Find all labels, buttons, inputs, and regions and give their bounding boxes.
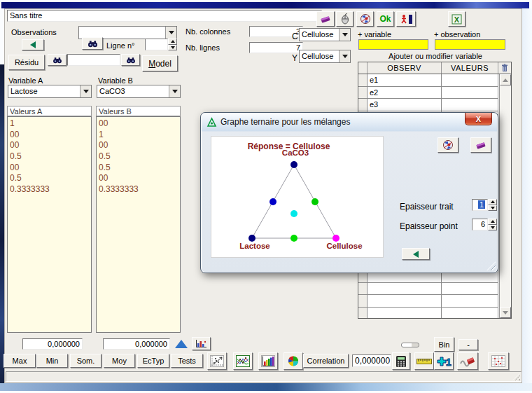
valeurs-cell[interactable] — [442, 74, 498, 87]
valeurs-b-item[interactable]: 00 — [99, 173, 178, 184]
valeurs-a-item[interactable]: 0.5 — [10, 173, 89, 184]
add-variable-input[interactable] — [358, 39, 428, 50]
erase-button[interactable] — [316, 11, 335, 27]
y-combobox-arrow[interactable] — [339, 50, 350, 62]
row-header[interactable] — [358, 295, 368, 308]
valeurs-a-item[interactable]: 0.5 — [10, 151, 89, 163]
observ-cell[interactable]: e1 — [368, 74, 442, 87]
variable-b-arrow[interactable] — [169, 85, 180, 97]
plus-one-button[interactable]: 1 — [434, 352, 454, 370]
row-header[interactable] — [358, 283, 368, 296]
valeurs-a-item[interactable]: 00 — [10, 140, 89, 151]
correlation-button[interactable]: Correlation — [303, 354, 349, 368]
minus-button[interactable]: - — [458, 339, 478, 350]
observ-cell[interactable] — [368, 283, 442, 296]
calculator-button[interactable] — [392, 352, 410, 370]
valeurs-cell[interactable] — [442, 283, 498, 296]
variable-b-combobox[interactable]: CaCO3 — [97, 85, 181, 98]
dialog-resize-grip[interactable] — [486, 261, 496, 270]
epaisseur-point-input[interactable]: 6 — [472, 219, 488, 230]
epaisseur-point-spinner[interactable] — [488, 219, 497, 230]
pointer-button[interactable] — [336, 11, 354, 27]
valeurs-a-item[interactable]: 00 — [10, 130, 89, 141]
ligne-spinner[interactable] — [168, 39, 177, 50]
search-input[interactable] — [67, 54, 120, 66]
row-header[interactable] — [358, 99, 368, 111]
min-button[interactable]: Min — [36, 354, 68, 368]
valeurs-a-item[interactable]: 1 — [10, 118, 89, 130]
y-variable-combobox[interactable]: Cellulose — [299, 50, 351, 63]
ruler-button[interactable] — [414, 352, 434, 370]
dialog-erase-button[interactable] — [470, 137, 491, 153]
spin-up-icon[interactable] — [168, 39, 177, 45]
find-button-1[interactable] — [82, 37, 103, 50]
variable-a-combobox[interactable]: Lactose — [8, 85, 92, 98]
scroll-up-button[interactable] — [500, 74, 511, 85]
find-button-2[interactable] — [48, 54, 66, 66]
grid-points-button[interactable] — [488, 352, 509, 370]
valeurs-b-item[interactable]: 00 — [99, 140, 178, 151]
row-header[interactable] — [358, 308, 368, 319]
spin-up-icon[interactable] — [488, 219, 497, 225]
mini-histogram-button[interactable] — [192, 337, 211, 350]
find-button-3[interactable] — [121, 54, 140, 66]
table-row[interactable] — [358, 283, 499, 296]
epaisseur-trait-spinner[interactable] — [488, 199, 497, 211]
valeurs-b-item[interactable]: 0.5 — [99, 151, 178, 163]
scatter-plot-button[interactable] — [207, 352, 227, 370]
row-header[interactable] — [358, 74, 368, 87]
document-title-input[interactable]: Sans titre — [7, 10, 322, 22]
back-button[interactable] — [22, 39, 44, 50]
table-row[interactable]: e2 — [358, 87, 499, 99]
variable-a-arrow[interactable] — [80, 85, 91, 97]
scroll-down-button[interactable] — [500, 307, 511, 318]
valeurs-b-item[interactable]: 0.3333333 — [99, 184, 178, 195]
resize-grip[interactable] — [512, 373, 520, 380]
pie-chart-button[interactable] — [284, 352, 303, 370]
valeurs-a-list[interactable]: 100000.5000.50.3333333 — [7, 116, 92, 333]
c-variable-combobox[interactable]: Cellulose — [299, 28, 351, 41]
mini-slider[interactable] — [401, 343, 419, 347]
add-observation-input[interactable] — [435, 39, 505, 50]
tests-button[interactable]: Tests — [171, 354, 203, 368]
som-button[interactable]: Som. — [70, 354, 102, 368]
excel-export-button[interactable]: X — [448, 11, 465, 27]
valeurs-b-item[interactable]: 1 — [99, 130, 178, 141]
dialog-back-button[interactable] — [402, 248, 430, 260]
bar-chart-button[interactable] — [258, 352, 278, 370]
observations-combobox-arrow[interactable] — [165, 27, 176, 39]
dialog-close-button[interactable]: X — [465, 113, 492, 125]
valeurs-b-item[interactable]: 0.5 — [99, 163, 178, 174]
table-row[interactable]: e1 — [358, 74, 499, 87]
valeurs-cell[interactable] — [442, 295, 498, 308]
bin-button[interactable]: Bin — [434, 337, 454, 352]
residu-button[interactable]: Résidu — [8, 55, 45, 70]
valeurs-a-item[interactable]: 00 — [10, 163, 89, 174]
delete-row-button[interactable] — [498, 62, 511, 74]
epaisseur-trait-input[interactable]: 1 — [472, 199, 488, 211]
spin-down-icon[interactable] — [488, 225, 497, 231]
observ-cell[interactable] — [368, 308, 442, 319]
model-button[interactable]: Model — [142, 55, 178, 71]
observ-cell[interactable]: e3 — [368, 99, 442, 111]
col-header-valeurs[interactable]: VALEURS — [442, 62, 498, 74]
spin-down-icon[interactable] — [488, 205, 497, 212]
row-header[interactable] — [358, 87, 368, 99]
col-header-observ[interactable]: OBSERV — [368, 62, 442, 74]
exit-button[interactable] — [396, 11, 416, 27]
valeurs-a-item[interactable]: 0.3333333 — [10, 184, 89, 195]
moy-button[interactable]: Moy — [104, 354, 135, 368]
valeurs-b-list[interactable]: 001000.50.5000.3333333 — [96, 116, 181, 333]
ectyp-button[interactable]: EcTyp — [137, 354, 169, 368]
sort-up-button[interactable] — [175, 340, 188, 348]
observ-cell[interactable]: e2 — [368, 87, 442, 99]
table-row[interactable] — [358, 295, 499, 308]
ok-button[interactable]: Ok — [377, 11, 394, 27]
c-combobox-arrow[interactable] — [339, 29, 350, 41]
globe-button[interactable] — [356, 11, 374, 27]
observ-cell[interactable] — [368, 295, 442, 308]
spin-down-icon[interactable] — [168, 45, 177, 51]
line-chart-button[interactable] — [233, 352, 253, 370]
table-row[interactable] — [358, 308, 499, 319]
valeurs-b-item[interactable]: 00 — [99, 118, 178, 130]
